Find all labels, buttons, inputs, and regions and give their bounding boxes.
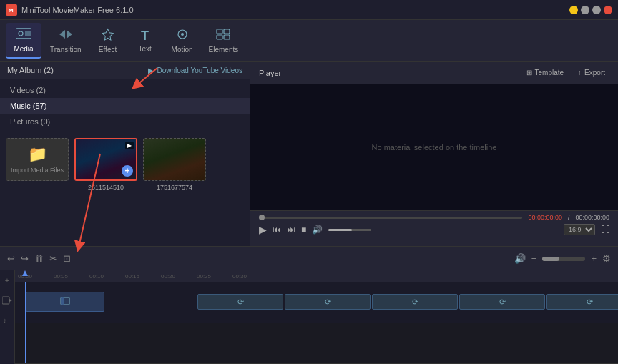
crop-button[interactable]: ⊡ [63, 253, 71, 264]
audio-button[interactable]: 🔊 [514, 253, 526, 264]
repeat-clip-5[interactable]: ⟳ [546, 294, 618, 310]
progress-track[interactable] [259, 217, 522, 219]
timeline-ruler: 00:00 00:05 00:10 00:15 00:20 00:25 00:3… [15, 270, 618, 282]
pin-button[interactable]: 📌 [569, 6, 578, 14]
svg-rect-18 [61, 297, 64, 305]
repeat-clip-1[interactable]: ⟳ [197, 294, 283, 310]
text-icon: T [141, 29, 149, 44]
transition-icon [58, 28, 74, 44]
svg-rect-9 [217, 35, 222, 39]
zoom-slider[interactable] [542, 257, 585, 261]
repeat-clip-4[interactable]: ⟳ [459, 294, 545, 310]
video-track-icon [0, 293, 14, 308]
player-title: Player [259, 69, 281, 77]
download-icon: ▶ [148, 67, 154, 74]
redo-button[interactable]: ↪ [21, 253, 29, 264]
scissors-button[interactable]: ✂ [49, 253, 57, 264]
time-total: 00:00:00:00 [575, 214, 609, 221]
ruler-tick-4: 00:20 [161, 273, 197, 280]
nav-music[interactable]: Music (57) [0, 98, 250, 114]
ruler-tick-3: 00:15 [125, 273, 161, 280]
prev-frame-button[interactable]: ⏮ [273, 225, 281, 235]
add-track-button[interactable]: + [0, 273, 14, 287]
aspect-ratio-select[interactable]: 16:9 [564, 224, 595, 235]
motion-label: Motion [172, 46, 193, 54]
repeat-clip-3[interactable]: ⟳ [372, 294, 458, 310]
toolbar-effect[interactable]: Effect [90, 23, 126, 59]
volume-slider[interactable] [328, 229, 371, 231]
right-panel: Player ⊞ Template ↑ Export No material s… [250, 62, 618, 246]
side-nav: Videos (2) Music (57) Pictures (0) [0, 79, 250, 132]
album-header: My Album (2) ▶ Download YouTube Videos [0, 62, 250, 79]
player-header: Player ⊞ Template ↑ Export [250, 62, 618, 84]
toolbar-media[interactable]: Media [6, 23, 41, 59]
guitar-media-cell: 1751677574 [143, 138, 206, 191]
ruler-tick-2: 00:10 [89, 273, 125, 280]
playhead [25, 282, 26, 323]
delete-button[interactable]: 🗑 [34, 253, 44, 264]
template-label: Template [535, 69, 564, 77]
effect-icon [100, 28, 116, 44]
settings-button[interactable]: ⚙ [602, 253, 611, 264]
download-youtube-button[interactable]: ▶ Download YouTube Videos [148, 67, 242, 74]
timeline-tools: ↩ ↪ 🗑 ✂ ⊡ [7, 253, 71, 264]
export-button[interactable]: ↑ Export [574, 67, 609, 78]
timeline-side: + ♪ [0, 270, 15, 364]
svg-point-3 [19, 31, 23, 36]
transition-label: Transition [50, 46, 82, 54]
audio-playhead [25, 323, 26, 364]
app-icon: M [6, 4, 17, 16]
maximize-button[interactable]: □ [592, 6, 601, 14]
zoom-in-button[interactable]: + [591, 253, 597, 264]
clip-icon [60, 296, 70, 308]
next-frame-button[interactable]: ⏭ [287, 225, 295, 235]
audio-track [15, 323, 618, 365]
play-button[interactable]: ▶ [259, 224, 267, 235]
player-view: No material selected on the timeline [250, 84, 618, 210]
progress-bar[interactable]: 00:00:00:00 / 00:00:00:00 [259, 214, 609, 221]
nav-videos[interactable]: Videos (2) [0, 82, 250, 98]
svg-point-6 [181, 33, 184, 36]
timeline-clip-main[interactable] [26, 292, 104, 312]
stop-button[interactable]: ■ [301, 225, 306, 235]
add-to-timeline-badge[interactable]: + [122, 165, 133, 177]
svg-rect-8 [224, 29, 230, 34]
toolbar-text[interactable]: T Text [127, 23, 163, 59]
timeline-content: + ♪ 00:00 00:05 00:10 00:15 00:20 00:25 … [0, 270, 618, 364]
timeline: ↩ ↪ 🗑 ✂ ⊡ 🔊 − + ⚙ + ♪ [0, 246, 618, 364]
template-button[interactable]: ⊞ Template [522, 67, 569, 78]
toolbar-transition[interactable]: Transition [43, 23, 89, 59]
export-label: Export [584, 69, 605, 77]
import-cell[interactable]: 📁 Import Media Files [6, 138, 69, 191]
left-panel: My Album (2) ▶ Download YouTube Videos V… [0, 62, 250, 246]
video-thumb[interactable]: ▶ + [74, 138, 137, 181]
volume-fill [328, 229, 352, 231]
nav-pictures[interactable]: Pictures (0) [0, 114, 250, 129]
toolbar-elements[interactable]: Elements [202, 23, 246, 59]
fullscreen-button[interactable]: ⛶ [601, 225, 609, 235]
minimize-button[interactable]: — [581, 6, 589, 14]
zoom-fill [542, 257, 559, 261]
download-label: Download YouTube Videos [157, 67, 242, 74]
player-actions: ⊞ Template ↑ Export [522, 67, 609, 78]
svg-marker-15 [9, 299, 12, 302]
motion-icon [175, 28, 190, 44]
import-thumb[interactable]: 📁 Import Media Files [6, 138, 69, 181]
progress-dot [259, 215, 265, 220]
repeat-clip-2[interactable]: ⟳ [285, 294, 371, 310]
toolbar-motion[interactable]: Motion [165, 23, 200, 59]
no-material-text: No material selected on the timeline [372, 143, 497, 152]
elements-icon [215, 28, 231, 44]
video-badge: ▶ [125, 142, 134, 149]
app-title: MiniTool MovieMaker Free 6.1.0 [21, 6, 569, 14]
titlebar: M MiniTool MovieMaker Free 6.1.0 📌 — □ ✕ [0, 0, 618, 20]
ruler-ticks: 00:00 00:05 00:10 00:15 00:20 00:25 00:3… [18, 273, 618, 280]
undo-button[interactable]: ↩ [7, 253, 15, 264]
repeat-clips: ⟳ ⟳ ⟳ ⟳ ⟳ ⟳ [197, 294, 618, 310]
timeline-toolbar: ↩ ↪ 🗑 ✂ ⊡ 🔊 − + ⚙ [0, 247, 618, 270]
guitar-thumb[interactable] [143, 138, 206, 181]
close-button[interactable]: ✕ [604, 6, 612, 14]
media-label: Media [14, 45, 33, 53]
zoom-out-button[interactable]: − [531, 253, 537, 264]
text-label: Text [138, 45, 151, 53]
